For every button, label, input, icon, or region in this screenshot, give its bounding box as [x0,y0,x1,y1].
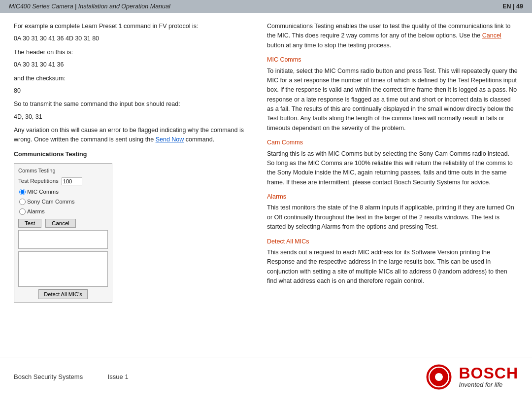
comms-testing-box: Comms Testing Test Repetitions MIC Comms… [14,163,112,303]
section-title-mic-comms: MIC Comms [267,55,518,65]
main-content: For example a complete Learn Preset 1 co… [0,13,532,357]
bosch-tagline: Invented for life [459,381,502,388]
detect-all-mics-button[interactable]: Detect All MIC's [38,289,87,299]
radio-group: MIC Comms Sony Cam Comms Alarms [19,188,108,216]
comms-box-title: Comms Testing [18,167,108,175]
section-body-alarms: This test monitors the state of the 8 al… [267,203,518,232]
svg-point-2 [435,373,443,381]
header-page: EN | 49 [502,3,523,10]
test-repetitions-row: Test Repetitions [18,177,108,186]
section-title-cam-comms: Cam Comms [267,138,518,147]
test-button[interactable]: Test [18,219,41,228]
header-title: MIC400 Series Camera | Installation and … [9,3,170,10]
intro-line-5: and the checksum: [14,74,255,83]
intro-line-3: The header on this is: [14,48,255,57]
cancel-button[interactable]: Cancel [45,219,76,228]
bosch-logo-icon [426,364,452,390]
intro-line-6: 80 [14,86,255,96]
radio-alarms: Alarms [19,207,108,216]
section-body-mic-comms: To initiate, select the MIC Comms radio … [267,67,518,134]
section-title-alarms: Alarms [267,192,518,202]
footer-company: Bosch Security Systems [14,373,83,380]
radio-sony-cam: Sony Cam Comms [19,198,108,206]
radio-alarms-input[interactable] [19,208,26,215]
intro-line-9: Any variation on this will cause an erro… [14,126,255,145]
section-body-cam-comms: Starting this is as with MIC Comms but b… [267,149,518,188]
result-box-large [18,251,108,287]
send-now-link[interactable]: Send Now [156,136,184,143]
intro-line-7: So to transmit the same command the inpu… [14,100,255,109]
test-repetitions-label: Test Repetitions [18,177,59,186]
left-column: For example a complete Learn Preset 1 co… [14,22,255,352]
btn-row: Test Cancel [18,219,108,228]
radio-mic-comms-label: MIC Comms [27,188,59,197]
intro-line-4: 0A 30 31 30 41 36 [14,60,255,69]
result-box-small [18,230,108,249]
radio-sony-cam-input[interactable] [19,199,26,205]
right-column: Communications Testing enables the user … [267,22,518,352]
intro-line-1: For example a complete Learn Preset 1 co… [14,22,255,31]
test-repetitions-input[interactable] [62,177,82,185]
radio-sony-cam-label: Sony Cam Comms [27,198,75,206]
radio-mic-comms-input[interactable] [19,189,26,195]
footer-issue: Issue 1 [108,373,129,380]
intro-line-8: 4D, 30, 31 [14,112,255,122]
cancel-link[interactable]: Cancel [482,32,501,39]
bosch-text-block: BOSCH Invented for life [459,365,518,388]
section-body-detect-all-mics: This sends out a request to each MIC add… [267,248,518,286]
radio-mic-comms: MIC Comms [19,188,108,197]
footer-left: Bosch Security Systems Issue 1 [14,373,129,380]
radio-alarms-label: Alarms [27,207,45,216]
comms-testing-title: Communications Testing [14,150,255,159]
bosch-brand-name: BOSCH [459,365,518,381]
footer-right: BOSCH Invented for life [426,364,518,390]
header-bar: MIC400 Series Camera | Installation and … [0,0,532,13]
section-title-detect-all-mics: Detect All MICs [267,237,518,246]
right-intro: Communications Testing enables the user … [267,22,518,50]
footer: Bosch Security Systems Issue 1 BOSCH Inv… [0,357,532,396]
intro-line-2: 0A 30 31 30 41 36 4D 30 31 80 [14,34,255,43]
